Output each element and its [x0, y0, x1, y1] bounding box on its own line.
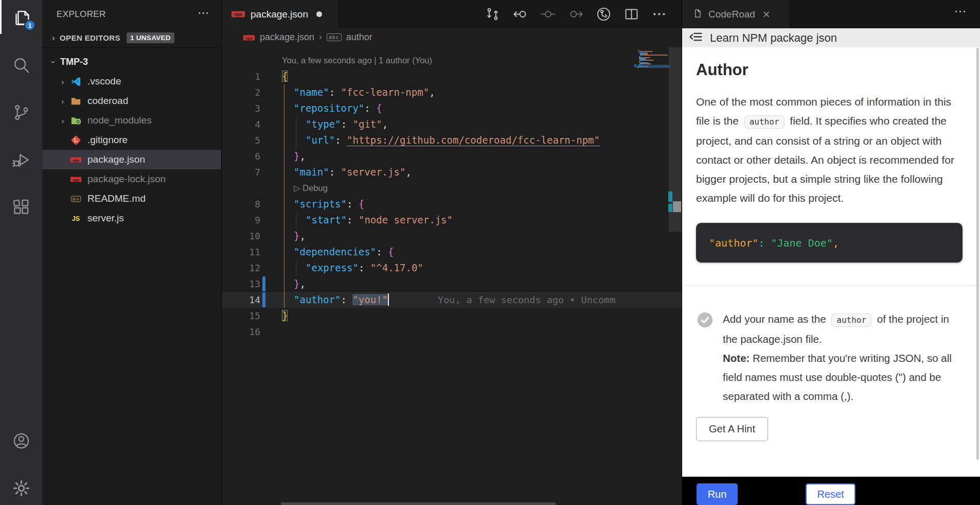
line-number: 13: [222, 276, 260, 292]
tree-item-readme-md[interactable]: MREADME.md: [42, 189, 221, 208]
tree-item--vscode[interactable]: ›.vscode: [42, 72, 221, 91]
code-line[interactable]: 10},: [222, 228, 682, 244]
compare-changes-icon[interactable]: [485, 6, 501, 22]
code-line[interactable]: 13},: [222, 276, 682, 292]
code-line[interactable]: 4"type": "git",: [222, 116, 682, 132]
run-button[interactable]: Run: [697, 483, 738, 505]
svg-text:M: M: [72, 197, 76, 201]
file-tree: ›.vscode›coderoad›JSnode_modules.gitigno…: [42, 72, 221, 228]
url-link[interactable]: "https://github.com/coderoad/fcc-learn-n…: [347, 134, 600, 146]
unsaved-dot-icon[interactable]: [316, 11, 322, 17]
code-line[interactable]: 15}: [222, 308, 682, 324]
code-text: "scripts": {: [222, 196, 682, 212]
tab-label: package.json: [251, 9, 308, 20]
code-token: :: [329, 166, 341, 178]
code-token: {: [376, 102, 382, 114]
tree-item--gitignore[interactable]: .gitignore: [42, 130, 221, 150]
lessons-menu-icon[interactable]: [688, 29, 703, 46]
code-token: ,: [299, 230, 305, 241]
breadcrumb: npm package.json › abc author: [222, 28, 682, 46]
get-hint-button[interactable]: Get A Hint: [696, 417, 768, 441]
svg-text:npm: npm: [73, 177, 79, 182]
modified-line-indicator: [262, 292, 265, 307]
coderoad-tab-bar: CodeRoad × ⋯: [682, 0, 980, 28]
code-line[interactable]: 12"express": "^4.17.0": [222, 260, 682, 276]
code-token: "main": [294, 166, 329, 178]
breadcrumb-file[interactable]: package.json: [260, 32, 314, 43]
vscode-window: 1 EXPLORER ⋯ › OPEN EDITORS 1 UNSAVED › …: [0, 0, 980, 505]
breadcrumb-symbol[interactable]: author: [346, 32, 372, 43]
code-editor[interactable]: You, a few seconds ago | 1 author (You)1…: [222, 46, 682, 505]
tree-item-package-lock-json[interactable]: npmpackage-lock.json: [42, 169, 221, 189]
minimap-line: [644, 55, 668, 56]
code-line[interactable]: 1{: [222, 68, 682, 84]
code-line[interactable]: 2"name": "fcc-learn-npm",: [222, 84, 682, 100]
panel-more-actions-icon[interactable]: ⋯: [954, 4, 968, 19]
code-lens[interactable]: ▷ Debug: [222, 180, 682, 196]
markdown-icon: M: [70, 193, 82, 205]
next-change-icon[interactable]: [568, 6, 584, 22]
open-editors-label: OPEN EDITORS: [60, 33, 120, 42]
tab-coderoad[interactable]: CodeRoad ×: [682, 0, 789, 28]
svg-text:JS: JS: [77, 120, 80, 123]
text-segment: Add your name as the: [723, 313, 829, 325]
code-line[interactable]: 14"author": "you!"You, a few seconds ago…: [222, 292, 682, 308]
activity-bar: 1: [0, 0, 42, 505]
activity-item-extensions[interactable]: [0, 184, 42, 232]
previous-change-icon[interactable]: [512, 6, 528, 22]
code-text: "dependencies": {: [222, 244, 682, 260]
code-line[interactable]: 6},: [222, 148, 682, 164]
code-line[interactable]: 3"repository": {: [222, 100, 682, 116]
npm-icon: npm: [243, 33, 255, 41]
activity-item-explorer[interactable]: 1: [0, 0, 42, 42]
code-line[interactable]: 5"url": "https://github.com/coderoad/fcc…: [222, 132, 682, 148]
minimap-line: [646, 63, 651, 64]
more-actions-icon[interactable]: [651, 6, 667, 22]
line-number: 10: [222, 228, 260, 244]
code-token: {: [282, 71, 288, 82]
tree-item-server-js[interactable]: JSserver.js: [42, 208, 221, 228]
open-changes-icon[interactable]: [596, 6, 612, 22]
code-line[interactable]: 16: [222, 324, 682, 340]
split-editor-icon[interactable]: [623, 6, 639, 22]
section-title: Author: [696, 61, 963, 79]
current-change-icon[interactable]: [540, 6, 556, 22]
webview-scrollbar[interactable]: [976, 48, 979, 460]
code-token: "node server.js": [359, 214, 453, 225]
node-modules-folder-icon: JS: [70, 115, 82, 127]
svg-text:npm: npm: [234, 12, 242, 17]
code-token: :: [359, 262, 370, 273]
activity-item-account[interactable]: [0, 418, 42, 465]
open-editors-section[interactable]: › OPEN EDITORS 1 UNSAVED: [42, 28, 221, 48]
close-icon[interactable]: ×: [763, 8, 770, 21]
code-token: "start": [306, 214, 347, 225]
sidebar-more-actions-icon[interactable]: ⋯: [198, 6, 210, 20]
code-token: "author": [294, 294, 341, 305]
tree-item-node-modules[interactable]: ›JSnode_modules: [42, 111, 221, 130]
tree-item-coderoad[interactable]: ›coderoad: [42, 91, 221, 111]
chevron-right-icon: ›: [48, 33, 59, 43]
horizontal-scrollbar[interactable]: [281, 502, 556, 505]
tree-item-package-json[interactable]: npmpackage.json: [42, 150, 221, 169]
activity-item-search[interactable]: [0, 42, 42, 90]
tab-package-json[interactable]: npm package.json: [222, 0, 339, 28]
code-text: "start": "node server.js": [222, 212, 682, 228]
task-item: Add your name as the author of the proje…: [696, 309, 963, 406]
npm-icon: npm: [70, 154, 82, 166]
line-number: 12: [222, 260, 260, 276]
code-lens-label[interactable]: ▷ Debug: [222, 180, 682, 196]
code-line[interactable]: 9"start": "node server.js": [222, 212, 682, 228]
minimap[interactable]: [637, 50, 669, 117]
activity-item-run-debug[interactable]: [0, 137, 42, 184]
reset-button[interactable]: Reset: [806, 483, 856, 505]
code-lens[interactable]: You, a few seconds ago | 1 author (You): [222, 53, 682, 68]
activity-item-settings[interactable]: [0, 465, 42, 505]
code-lens-label[interactable]: You, a few seconds ago | 1 author (You): [222, 53, 682, 68]
code-line[interactable]: 11"dependencies": {: [222, 244, 682, 260]
code-token: ,: [429, 86, 435, 98]
code-line[interactable]: 7"main": "server.js",: [222, 164, 682, 180]
coderoad-panel: CodeRoad × ⋯ Learn NPM package json Auth…: [682, 0, 980, 505]
activity-item-source-control[interactable]: [0, 90, 42, 137]
code-line[interactable]: 8"scripts": {: [222, 196, 682, 212]
tree-root-tmp-3[interactable]: › TMP-3: [42, 52, 221, 72]
